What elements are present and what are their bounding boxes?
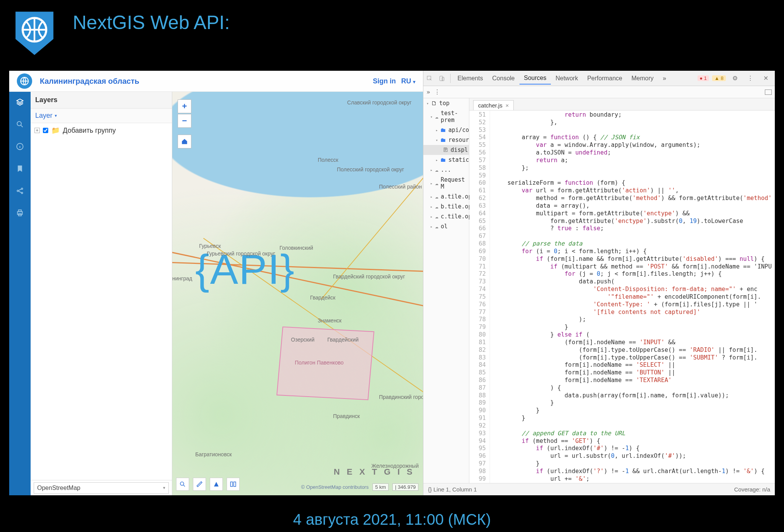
nav-item[interactable]: ▸☁ c.tile.open [423, 211, 469, 221]
map-place-label: Головкинский [279, 245, 313, 251]
tab-sources[interactable]: Sources [519, 72, 551, 85]
info-icon[interactable] [14, 141, 26, 152]
map-place-label: Правдинский городской округ [379, 394, 423, 400]
svg-point-10 [180, 482, 184, 485]
expand-icon[interactable]: + [34, 128, 40, 133]
nav-item[interactable]: ▾☁ test-prem [423, 108, 469, 125]
map-place-label: Гурьевский городской округ [207, 251, 275, 257]
region-title[interactable]: Калининградская область [40, 77, 139, 86]
nav-item[interactable]: ▾🖿 resourc [423, 135, 469, 145]
layer-name: Добавить группу [63, 127, 116, 135]
svg-point-5 [21, 188, 23, 190]
close-tab-icon[interactable]: × [505, 102, 509, 109]
map-place-label: Полесск [318, 157, 338, 163]
file-tab[interactable]: catcher.js × [473, 100, 514, 110]
error-count[interactable]: ● 1 [697, 75, 709, 81]
search-tool-icon[interactable] [176, 478, 189, 491]
layer-checkbox[interactable] [43, 128, 48, 133]
nav-item[interactable]: ▾🗋 top [423, 98, 469, 108]
share-icon[interactable] [14, 185, 26, 197]
device-toggle-icon[interactable] [436, 72, 448, 85]
kebab-small-icon[interactable]: ⋮ [434, 88, 440, 96]
search-icon[interactable] [14, 119, 26, 130]
source-navigator: ▾🗋 top ▾☁ test-prem ▸🖿 api/con ▾🖿 resour… [423, 98, 469, 483]
tab-network[interactable]: Network [551, 73, 583, 84]
tab-memory[interactable]: Memory [627, 73, 658, 84]
svg-rect-11 [230, 482, 232, 486]
area-tool-icon[interactable] [210, 478, 223, 491]
sources-toolbar: » ⋮ [423, 86, 775, 98]
map-bottom-toolbar [176, 478, 240, 491]
code-content[interactable]: return boundary; }, array = function () … [490, 111, 775, 483]
svg-rect-12 [234, 482, 236, 486]
map-attribution: © OpenStreetMap contributors 5 km | 346.… [301, 483, 418, 491]
svg-point-4 [17, 190, 19, 192]
svg-rect-15 [442, 77, 444, 81]
svg-rect-8 [18, 210, 21, 212]
webgis-logo-icon[interactable] [17, 73, 32, 89]
map-place-label: Правдинск [333, 413, 360, 419]
measure-tool-icon[interactable] [193, 478, 206, 491]
map-place-label: нинград [172, 275, 192, 281]
devtools-panel: Elements Console Sources Network Perform… [423, 71, 775, 495]
nav-item[interactable]: ▸☁ ... [423, 165, 469, 175]
devtools-tabbar: Elements Console Sources Network Perform… [423, 71, 775, 86]
map-place-label: Знаменск [318, 317, 341, 324]
map-place-label: Озерский [291, 337, 315, 343]
map-place-label: Гурьевск [199, 243, 221, 249]
layer-tree-item[interactable]: + 📁 Добавить группу [31, 123, 172, 138]
map-place-label: Гвардейский [327, 337, 359, 343]
tab-more[interactable]: » [658, 73, 671, 84]
map-place-label: Гвардейский городской округ [333, 273, 405, 280]
code-editor: catcher.js × 51 52 53 54 55 56 57 58 59 … [469, 98, 775, 483]
osm-attribution[interactable]: © OpenStreetMap contributors [301, 484, 369, 490]
compare-tool-icon[interactable] [227, 478, 240, 491]
warning-count[interactable]: ▲ 8 [712, 75, 726, 81]
drawer-toggle-icon[interactable] [765, 89, 772, 95]
nav-item[interactable]: ▸🖿 api/con [423, 125, 469, 135]
show-navigator-icon[interactable]: » [426, 88, 430, 96]
coords-display: | 346.979 [392, 483, 418, 491]
layers-header: Layers [31, 92, 172, 109]
map-place-label: Полесский район [379, 184, 422, 190]
print-icon[interactable] [14, 207, 26, 219]
nav-item[interactable]: ▸🖿 static/6 [423, 155, 469, 165]
layers-icon[interactable] [14, 96, 26, 108]
settings-gear-icon[interactable]: ⚙ [729, 72, 741, 85]
svg-point-2 [17, 122, 21, 126]
zoom-out-button[interactable]: − [178, 114, 191, 128]
line-gutter: 51 52 53 54 55 56 57 58 59 60 61 62 63 6… [469, 111, 490, 483]
file-tab-label: catcher.js [478, 102, 502, 109]
zoom-in-button[interactable]: + [178, 99, 191, 113]
nav-item[interactable]: ▸☁ b.tile.open [423, 202, 469, 211]
slide-title: NextGIS Web API: [73, 11, 230, 34]
map-place-label: Багратионовск [195, 451, 232, 457]
slide-footer: 4 августа 2021, 11:00 (МСК) [0, 511, 784, 528]
nextgis-shield-logo [11, 8, 57, 57]
signin-link[interactable]: Sign in [373, 77, 396, 85]
language-switcher[interactable]: RU ▾ [401, 77, 415, 85]
webgis-topbar: Калининградская область Sign in RU ▾ [9, 71, 423, 92]
inspect-element-icon[interactable] [423, 72, 436, 85]
map-canvas[interactable]: + − {API} Славский городской округ Полес… [172, 92, 423, 495]
scale-bar: 5 km [372, 483, 389, 491]
tab-elements[interactable]: Elements [453, 73, 488, 84]
nav-item[interactable]: ▸☁ ol [423, 221, 469, 231]
nav-item-current[interactable]: 🖹 displ [423, 145, 469, 155]
nav-item[interactable]: ▸☁ Request M [423, 175, 469, 192]
home-extent-button[interactable] [178, 135, 191, 148]
nav-item[interactable]: ▸☁ a.tile.open [423, 192, 469, 202]
tab-console[interactable]: Console [488, 73, 519, 84]
kebab-menu-icon[interactable]: ⋮ [744, 72, 756, 85]
map-place-label: Полесский городской округ [337, 166, 404, 172]
tab-performance[interactable]: Performance [583, 73, 627, 84]
svg-point-6 [21, 192, 23, 194]
coverage-status: Coverage: n/a [734, 486, 770, 493]
close-devtools-icon[interactable]: ✕ [760, 72, 772, 85]
map-place-label: Гвардейск [310, 294, 335, 301]
layer-filter-dropdown[interactable]: Layer▾ [31, 109, 172, 123]
svg-rect-14 [440, 76, 443, 81]
basemap-select[interactable]: OpenStreetMap▾ [34, 482, 169, 494]
bookmark-icon[interactable] [14, 163, 26, 174]
map-place-label: Полигон Павенково [295, 360, 344, 366]
